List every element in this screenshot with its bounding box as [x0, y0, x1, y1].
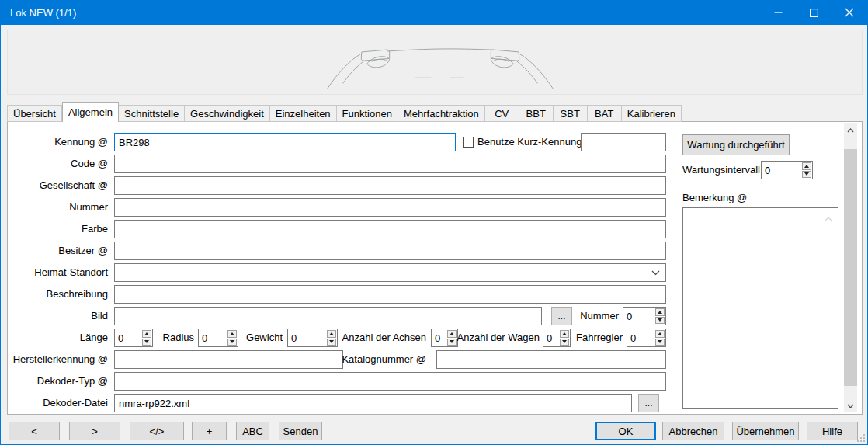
- tab-bbt[interactable]: BBT: [519, 105, 554, 122]
- beschreibung-label: Beschreibung: [8, 285, 108, 304]
- panel-scrollbar[interactable]: [844, 123, 857, 412]
- nummer-label: Nummer: [8, 198, 108, 217]
- laenge-label: Länge: [8, 329, 108, 347]
- tab-bat[interactable]: BAT: [588, 105, 622, 122]
- tab-geschwindigkeit[interactable]: Geschwindigkeit: [185, 105, 270, 122]
- tab-bar: Übersicht Allgemein Schnittstelle Geschw…: [7, 102, 682, 122]
- prev-button[interactable]: <: [9, 422, 60, 440]
- herstellerkennung-label: Herstellerkennung @: [8, 350, 108, 369]
- tab-funktionen[interactable]: Funktionen: [337, 105, 398, 122]
- abbrechen-button[interactable]: Abbrechen: [662, 422, 724, 440]
- tab-sbt[interactable]: SBT: [554, 105, 588, 122]
- bottom-button-bar: < > </> + ABC Senden OK Abbrechen Überne…: [1, 415, 867, 444]
- locomotive-sketch: [308, 30, 572, 95]
- kurz-kennung-checkbox[interactable]: [463, 137, 474, 148]
- bild-nummer-label: Nummer: [545, 307, 619, 325]
- scroll-up-button[interactable]: [844, 123, 857, 137]
- dekoder-datei-input[interactable]: [114, 394, 632, 412]
- kurz-kennung-label: Benutze Kurz-Kennung: [477, 133, 582, 151]
- titlebar: Lok NEW (1/1): [1, 0, 867, 25]
- anzahl-achsen-input[interactable]: [432, 329, 446, 346]
- scrollbar-thumb[interactable]: [844, 149, 857, 386]
- window-title: Lok NEW (1/1): [1, 7, 760, 19]
- wartungsintervall-input[interactable]: [762, 162, 801, 179]
- tab-content-panel: Kennung @ Benutze Kurz-Kennung Code @ Ge…: [7, 121, 863, 415]
- tab-mehrfachtraktion[interactable]: Mehrfachtraktion: [398, 105, 485, 122]
- wartungsintervall-label: Wartungsintervall: [682, 161, 760, 179]
- gesellschaft-label: Gesellschaft @: [8, 176, 108, 195]
- fahrregler-label: Fahrregler: [545, 329, 623, 347]
- beschreibung-input[interactable]: [114, 285, 666, 304]
- minimize-icon: [774, 9, 783, 17]
- uebernehmen-button[interactable]: Übernehmen: [732, 422, 799, 440]
- herstellerkennung-input[interactable]: [114, 350, 343, 369]
- ok-button[interactable]: OK: [595, 422, 656, 440]
- nummer-input[interactable]: [114, 198, 666, 217]
- chevron-down-icon: [651, 270, 660, 276]
- close-icon: [845, 8, 854, 17]
- tab-einzelheiten[interactable]: Einzelheiten: [270, 105, 337, 122]
- spin-down-icon[interactable]: [655, 339, 665, 346]
- scroll-up-icon: [847, 128, 854, 133]
- anzahl-achsen-label: Anzahl der Achsen: [333, 329, 426, 347]
- gewicht-spinner: [287, 329, 338, 347]
- kennung-label: Kennung @: [8, 133, 108, 151]
- code-label: Code @: [8, 155, 108, 173]
- wartung-durchgefuehrt-button[interactable]: Wartung durchgeführt: [682, 134, 790, 155]
- locomotive-image-panel: [7, 30, 863, 95]
- bild-label: Bild: [8, 307, 108, 325]
- katalognummer-input[interactable]: [436, 350, 666, 369]
- besitzer-input[interactable]: [114, 242, 666, 260]
- fahrregler-input[interactable]: [627, 329, 654, 346]
- maximize-icon: [810, 9, 818, 17]
- bild-nummer-spinner: [623, 307, 666, 325]
- farbe-input[interactable]: [114, 220, 666, 238]
- senden-button[interactable]: Senden: [279, 422, 322, 440]
- tab-kalibrieren[interactable]: Kalibrieren: [622, 105, 682, 122]
- gewicht-input[interactable]: [288, 329, 326, 346]
- abc-button[interactable]: ABC: [236, 422, 269, 440]
- xml-button[interactable]: </>: [130, 422, 184, 440]
- spin-down-icon[interactable]: [802, 171, 811, 179]
- maximize-button[interactable]: [796, 0, 832, 25]
- code-input[interactable]: [114, 155, 666, 173]
- wartungsintervall-spinner: [761, 161, 813, 179]
- dekoder-typ-label: Dekoder-Typ @: [8, 372, 108, 391]
- bild-input[interactable]: [114, 307, 542, 325]
- close-button[interactable]: [832, 0, 867, 25]
- next-button[interactable]: >: [69, 422, 120, 440]
- maintenance-separator: [682, 189, 838, 189]
- resize-grip[interactable]: [856, 433, 865, 442]
- tab-schnittstelle[interactable]: Schnittstelle: [119, 105, 185, 122]
- add-button[interactable]: +: [192, 422, 227, 440]
- dekoder-datei-label: Dekoder-Datei: [8, 394, 108, 412]
- bemerkung-label: Bemerkung @: [682, 190, 747, 206]
- spin-up-icon[interactable]: [802, 162, 811, 170]
- katalognummer-label: Katalognummer @: [339, 350, 426, 369]
- tab-uebersicht[interactable]: Übersicht: [7, 105, 62, 122]
- gewicht-label: Gewicht: [205, 329, 283, 347]
- anzahl-wagen-label: Anzahl der Wagen: [446, 329, 540, 347]
- bemerkung-textarea[interactable]: [682, 207, 838, 409]
- fahrregler-spinner: [627, 329, 666, 347]
- scroll-down-icon: [847, 404, 854, 408]
- tab-allgemein[interactable]: Allgemein: [62, 102, 119, 122]
- tab-cv[interactable]: CV: [485, 105, 519, 122]
- heimat-standort-combobox[interactable]: [114, 263, 666, 282]
- dekoder-datei-browse-button[interactable]: ...: [638, 394, 659, 412]
- minimize-button[interactable]: [760, 0, 796, 25]
- kurz-kennung-input[interactable]: [581, 133, 666, 151]
- spin-down-icon[interactable]: [655, 317, 665, 325]
- dekoder-typ-input[interactable]: [114, 372, 666, 391]
- scroll-down-button[interactable]: [844, 399, 857, 412]
- gesellschaft-input[interactable]: [114, 176, 666, 195]
- spin-up-icon[interactable]: [655, 330, 665, 338]
- heimat-standort-label: Heimat-Standort: [8, 263, 108, 282]
- spin-up-icon[interactable]: [655, 308, 665, 316]
- bild-nummer-input[interactable]: [623, 308, 654, 325]
- besitzer-label: Besitzer @: [8, 242, 108, 260]
- kennung-input[interactable]: [114, 133, 456, 151]
- dialog-window: Lok NEW (1/1): [0, 0, 868, 445]
- farbe-label: Farbe: [8, 220, 108, 238]
- hilfe-button[interactable]: Hilfe: [807, 422, 858, 440]
